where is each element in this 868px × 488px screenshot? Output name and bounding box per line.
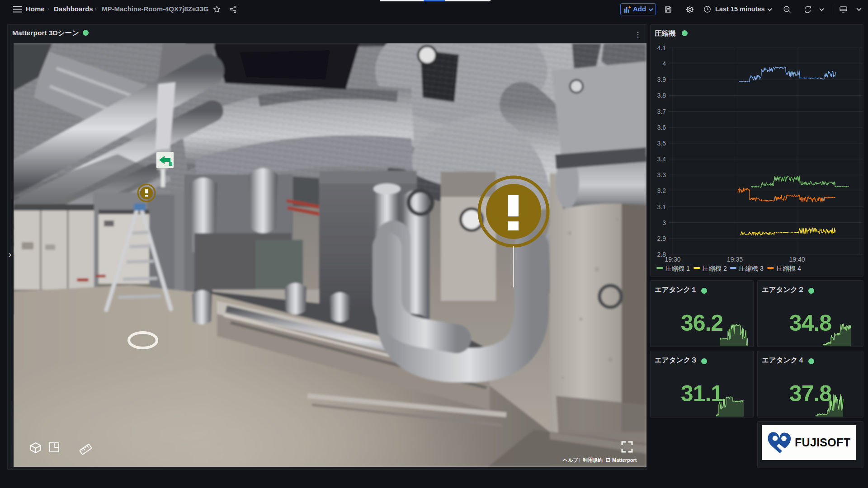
svg-text:3.8: 3.8 <box>657 92 666 99</box>
svg-text:19:35: 19:35 <box>727 256 743 263</box>
svg-text:3.6: 3.6 <box>657 124 666 131</box>
svg-text:Matterport: Matterport <box>612 457 637 463</box>
svg-text:圧縮機 1: 圧縮機 1 <box>665 265 690 272</box>
svg-text:19:40: 19:40 <box>789 256 805 263</box>
svg-text:ヘルプ: ヘルプ <box>562 457 579 463</box>
svg-text:|: | <box>579 458 580 462</box>
svg-text:19:30: 19:30 <box>665 256 680 263</box>
svg-text:3.2: 3.2 <box>657 187 666 194</box>
svg-text:FUJISOFT: FUJISOFT <box>795 436 850 449</box>
svg-text:3.3: 3.3 <box>657 171 666 178</box>
svg-text:利用規約: 利用規約 <box>582 457 603 463</box>
svg-text:4.1: 4.1 <box>657 44 666 52</box>
svg-text:2.9: 2.9 <box>657 235 666 242</box>
svg-text:M: M <box>607 458 610 462</box>
svg-text:3.5: 3.5 <box>657 140 666 147</box>
svg-text:3: 3 <box>662 219 666 226</box>
svg-text:圧縮機 3: 圧縮機 3 <box>739 265 764 272</box>
svg-text:3.7: 3.7 <box>657 108 666 115</box>
svg-text:4: 4 <box>662 60 666 67</box>
svg-text:3.9: 3.9 <box>657 76 666 83</box>
svg-text:3.1: 3.1 <box>657 203 666 211</box>
svg-text:3.4: 3.4 <box>657 155 666 163</box>
svg-text:圧縮機 2: 圧縮機 2 <box>703 265 727 272</box>
svg-text:圧縮機 4: 圧縮機 4 <box>777 265 801 272</box>
